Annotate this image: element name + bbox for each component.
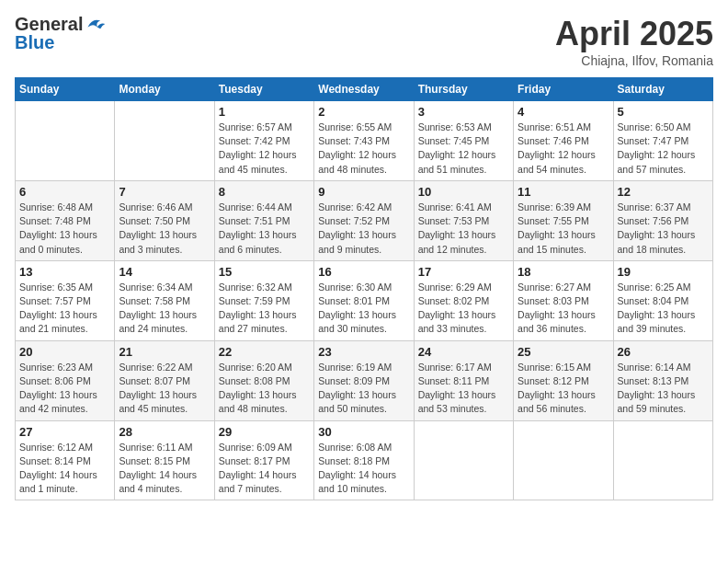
- day-number: 26: [618, 345, 709, 359]
- calendar-cell: 1Sunrise: 6:57 AM Sunset: 7:42 PM Daylig…: [214, 101, 313, 181]
- title-area: April 2025 Chiajna, Ilfov, Romania: [555, 15, 713, 68]
- day-number: 30: [318, 425, 409, 439]
- day-number: 2: [318, 105, 409, 119]
- calendar-cell: 28Sunrise: 6:11 AM Sunset: 8:15 PM Dayli…: [115, 420, 214, 500]
- calendar-week-row: 27Sunrise: 6:12 AM Sunset: 8:14 PM Dayli…: [16, 420, 713, 500]
- day-detail: Sunrise: 6:41 AM Sunset: 7:53 PM Dayligh…: [418, 201, 509, 257]
- calendar-cell: 5Sunrise: 6:50 AM Sunset: 7:47 PM Daylig…: [613, 101, 712, 181]
- calendar-week-row: 20Sunrise: 6:23 AM Sunset: 8:06 PM Dayli…: [16, 340, 713, 420]
- day-number: 1: [219, 105, 310, 119]
- day-detail: Sunrise: 6:08 AM Sunset: 8:18 PM Dayligh…: [318, 441, 409, 497]
- calendar-week-row: 13Sunrise: 6:35 AM Sunset: 7:57 PM Dayli…: [16, 260, 713, 340]
- day-number: 20: [19, 345, 110, 359]
- calendar-cell: [514, 420, 613, 500]
- day-number: 5: [618, 105, 709, 119]
- day-detail: Sunrise: 6:30 AM Sunset: 8:01 PM Dayligh…: [318, 281, 409, 337]
- day-detail: Sunrise: 6:34 AM Sunset: 7:58 PM Dayligh…: [119, 281, 210, 337]
- day-number: 12: [618, 185, 709, 199]
- day-number: 17: [418, 265, 509, 279]
- day-number: 16: [318, 265, 409, 279]
- calendar-cell: 3Sunrise: 6:53 AM Sunset: 7:45 PM Daylig…: [414, 101, 513, 181]
- location-subtitle: Chiajna, Ilfov, Romania: [555, 53, 713, 68]
- day-detail: Sunrise: 6:17 AM Sunset: 8:11 PM Dayligh…: [418, 361, 509, 417]
- day-number: 14: [119, 265, 210, 279]
- weekday-header: Sunday: [16, 78, 115, 101]
- calendar-cell: 12Sunrise: 6:37 AM Sunset: 7:56 PM Dayli…: [613, 180, 712, 260]
- day-number: 13: [19, 265, 110, 279]
- calendar-cell: 15Sunrise: 6:32 AM Sunset: 7:59 PM Dayli…: [214, 260, 313, 340]
- day-detail: Sunrise: 6:14 AM Sunset: 8:13 PM Dayligh…: [618, 361, 709, 417]
- day-number: 19: [618, 265, 709, 279]
- day-detail: Sunrise: 6:51 AM Sunset: 7:46 PM Dayligh…: [518, 121, 609, 177]
- day-detail: Sunrise: 6:23 AM Sunset: 8:06 PM Dayligh…: [19, 361, 110, 417]
- day-number: 23: [318, 345, 409, 359]
- day-number: 7: [119, 185, 210, 199]
- day-number: 21: [119, 345, 210, 359]
- day-number: 6: [19, 185, 110, 199]
- logo: General Blue: [15, 15, 107, 52]
- day-detail: Sunrise: 6:12 AM Sunset: 8:14 PM Dayligh…: [19, 441, 110, 497]
- day-detail: Sunrise: 6:55 AM Sunset: 7:43 PM Dayligh…: [318, 121, 409, 177]
- day-number: 18: [518, 265, 609, 279]
- calendar-cell: 9Sunrise: 6:42 AM Sunset: 7:52 PM Daylig…: [314, 180, 414, 260]
- calendar-cell: 10Sunrise: 6:41 AM Sunset: 7:53 PM Dayli…: [414, 180, 513, 260]
- calendar-cell: [115, 101, 214, 181]
- day-number: 9: [318, 185, 409, 199]
- day-detail: Sunrise: 6:20 AM Sunset: 8:08 PM Dayligh…: [219, 361, 310, 417]
- logo-general-text: General: [15, 15, 83, 33]
- page-header: General Blue April 2025 Chiajna, Ilfov, …: [15, 15, 713, 68]
- day-detail: Sunrise: 6:09 AM Sunset: 8:17 PM Dayligh…: [219, 441, 310, 497]
- weekday-header: Monday: [115, 78, 214, 101]
- calendar-header-row: SundayMondayTuesdayWednesdayThursdayFrid…: [16, 78, 713, 101]
- calendar-cell: 11Sunrise: 6:39 AM Sunset: 7:55 PM Dayli…: [514, 180, 613, 260]
- day-number: 25: [518, 345, 609, 359]
- day-number: 15: [219, 265, 310, 279]
- calendar-cell: 6Sunrise: 6:48 AM Sunset: 7:48 PM Daylig…: [16, 180, 115, 260]
- calendar-cell: [16, 101, 115, 181]
- calendar-cell: 8Sunrise: 6:44 AM Sunset: 7:51 PM Daylig…: [214, 180, 313, 260]
- day-detail: Sunrise: 6:27 AM Sunset: 8:03 PM Dayligh…: [518, 281, 609, 337]
- day-number: 24: [418, 345, 509, 359]
- calendar-table: SundayMondayTuesdayWednesdayThursdayFrid…: [15, 77, 713, 500]
- calendar-cell: 17Sunrise: 6:29 AM Sunset: 8:02 PM Dayli…: [414, 260, 513, 340]
- weekday-header: Friday: [514, 78, 613, 101]
- day-detail: Sunrise: 6:46 AM Sunset: 7:50 PM Dayligh…: [119, 201, 210, 257]
- calendar-cell: 30Sunrise: 6:08 AM Sunset: 8:18 PM Dayli…: [314, 420, 414, 500]
- calendar-cell: 20Sunrise: 6:23 AM Sunset: 8:06 PM Dayli…: [16, 340, 115, 420]
- calendar-cell: 27Sunrise: 6:12 AM Sunset: 8:14 PM Dayli…: [16, 420, 115, 500]
- day-detail: Sunrise: 6:15 AM Sunset: 8:12 PM Dayligh…: [518, 361, 609, 417]
- month-title: April 2025: [555, 15, 713, 53]
- day-number: 10: [418, 185, 509, 199]
- day-number: 11: [518, 185, 609, 199]
- calendar-cell: [613, 420, 712, 500]
- calendar-cell: 13Sunrise: 6:35 AM Sunset: 7:57 PM Dayli…: [16, 260, 115, 340]
- day-detail: Sunrise: 6:25 AM Sunset: 8:04 PM Dayligh…: [618, 281, 709, 337]
- calendar-cell: 18Sunrise: 6:27 AM Sunset: 8:03 PM Dayli…: [514, 260, 613, 340]
- day-detail: Sunrise: 6:19 AM Sunset: 8:09 PM Dayligh…: [318, 361, 409, 417]
- calendar-week-row: 1Sunrise: 6:57 AM Sunset: 7:42 PM Daylig…: [16, 101, 713, 181]
- logo-blue-text: Blue: [15, 33, 54, 52]
- day-number: 3: [418, 105, 509, 119]
- calendar-cell: 24Sunrise: 6:17 AM Sunset: 8:11 PM Dayli…: [414, 340, 513, 420]
- day-detail: Sunrise: 6:37 AM Sunset: 7:56 PM Dayligh…: [618, 201, 709, 257]
- calendar-cell: 16Sunrise: 6:30 AM Sunset: 8:01 PM Dayli…: [314, 260, 414, 340]
- day-detail: Sunrise: 6:44 AM Sunset: 7:51 PM Dayligh…: [219, 201, 310, 257]
- calendar-week-row: 6Sunrise: 6:48 AM Sunset: 7:48 PM Daylig…: [16, 180, 713, 260]
- weekday-header: Thursday: [414, 78, 513, 101]
- day-detail: Sunrise: 6:29 AM Sunset: 8:02 PM Dayligh…: [418, 281, 509, 337]
- calendar-cell: 26Sunrise: 6:14 AM Sunset: 8:13 PM Dayli…: [613, 340, 712, 420]
- calendar-cell: 14Sunrise: 6:34 AM Sunset: 7:58 PM Dayli…: [115, 260, 214, 340]
- day-number: 29: [219, 425, 310, 439]
- weekday-header: Wednesday: [314, 78, 414, 101]
- calendar-cell: 19Sunrise: 6:25 AM Sunset: 8:04 PM Dayli…: [613, 260, 712, 340]
- day-detail: Sunrise: 6:32 AM Sunset: 7:59 PM Dayligh…: [219, 281, 310, 337]
- day-detail: Sunrise: 6:35 AM Sunset: 7:57 PM Dayligh…: [19, 281, 110, 337]
- day-number: 22: [219, 345, 310, 359]
- day-detail: Sunrise: 6:11 AM Sunset: 8:15 PM Dayligh…: [119, 441, 210, 497]
- day-number: 27: [19, 425, 110, 439]
- day-detail: Sunrise: 6:48 AM Sunset: 7:48 PM Dayligh…: [19, 201, 110, 257]
- day-detail: Sunrise: 6:42 AM Sunset: 7:52 PM Dayligh…: [318, 201, 409, 257]
- logo-bird-icon: [85, 16, 107, 32]
- weekday-header: Tuesday: [214, 78, 313, 101]
- calendar-cell: 29Sunrise: 6:09 AM Sunset: 8:17 PM Dayli…: [214, 420, 313, 500]
